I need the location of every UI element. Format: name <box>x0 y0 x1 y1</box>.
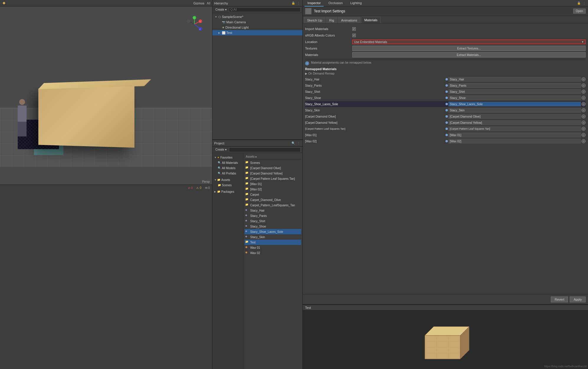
asset-carpet-diamond-yellow[interactable]: 📁 [Carpet Diamond Yellow] <box>245 171 301 176</box>
sidebar-all-prefabs[interactable]: 🔍 All Prefabs <box>212 171 243 176</box>
import-tab-sketchup[interactable]: Sketch Up <box>304 17 325 23</box>
import-tab-rig[interactable]: Rig <box>326 17 338 23</box>
asset-stacy-skin[interactable]: ◈ Stacy_Skin <box>245 234 301 240</box>
asset-carpet[interactable]: 📁 Carpet <box>245 192 301 197</box>
gizmos-label[interactable]: Gizmos <box>193 1 204 5</box>
asset-carpet-diamond-olive-folder[interactable]: 📁 Carpet_Diamond_Olive <box>245 197 301 202</box>
extract-materials-button[interactable]: Extract Materials... <box>352 52 586 57</box>
remap-select-stacy-shoe-laces[interactable]: ○ <box>582 102 586 106</box>
hierarchy-item-scene[interactable]: ▼ ⬡ SampleScene* <box>212 14 302 19</box>
tab-inspector[interactable]: Inspector <box>304 0 324 6</box>
remap-row-stacy-shoe: Stacy_Shoe Stacy_Shoe ○ <box>305 95 586 101</box>
tab-lighting[interactable]: Lighting <box>348 0 365 6</box>
hierarchy-test-label: Test <box>226 31 232 34</box>
remap-row-carpet-diamond-olive: [Carpet Diamond Olive] [Carpet Diamond O… <box>305 113 586 119</box>
packages-header[interactable]: ▶ 📁 Packages <box>212 189 243 194</box>
remap-value-carpet-diamond-olive[interactable]: [Carpet Diamond Olive] <box>448 114 581 119</box>
inspector-more-icon[interactable]: ⋮ <box>582 1 586 5</box>
hierarchy-more-icon[interactable]: ⋮ <box>297 1 301 5</box>
asset-test-folder[interactable]: 📁 Test <box>245 240 301 245</box>
remap-select-stacy-shirt[interactable]: ○ <box>582 90 586 94</box>
on-demand-remap-label[interactable]: ▶ On Demand Remap <box>305 72 586 75</box>
hierarchy-item-light[interactable]: ☀ Directional Light <box>212 25 302 30</box>
asset-stacy-hair[interactable]: ◈ Stacy_Hair <box>245 208 301 213</box>
remap-right-stacy-hair: Stacy_Hair ○ <box>445 77 586 82</box>
remap-select-carpet-diamond-olive[interactable]: ○ <box>582 114 586 118</box>
remap-value-stacy-hair[interactable]: Stacy_Hair <box>448 77 581 82</box>
import-tab-animations[interactable]: Animations <box>338 17 360 23</box>
asset-wax01[interactable]: 📁 [Wax 01] <box>245 181 301 187</box>
carpet-pattern-icon: 📁 <box>245 177 249 181</box>
asset-wax02[interactable]: 📁 [Wax 02] <box>245 187 301 192</box>
remap-select-stacy-hair[interactable]: ○ <box>582 77 586 81</box>
sidebar-all-models[interactable]: 🔍 All Models <box>212 165 243 171</box>
remap-right-stacy-shoe: Stacy_Shoe ○ <box>445 95 586 100</box>
scene-all-label[interactable]: All <box>207 1 210 5</box>
carpet-diamond-olive-label: [Carpet Diamond Olive] <box>250 167 281 170</box>
project-search-icon[interactable]: 🔍 <box>291 141 295 145</box>
srgb-label: sRGB Albedo Colors <box>305 34 352 37</box>
project-header: Project 🔍 ⋮ <box>212 140 302 146</box>
srgb-checkbox[interactable]: ✓ <box>352 34 356 37</box>
remap-select-wax01[interactable]: ○ <box>582 133 586 137</box>
remap-value-wax02[interactable]: [Wax 02] <box>448 139 581 144</box>
scene-viewport[interactable]: X Y Z Persp <box>0 6 212 185</box>
project-create-btn[interactable]: Create ▾ <box>214 148 228 151</box>
remap-select-stacy-skin[interactable]: ○ <box>582 108 586 112</box>
hierarchy-lock-icon[interactable]: 🔒 <box>291 1 295 5</box>
tab-occlusion[interactable]: Occlusion <box>325 0 345 6</box>
extract-textures-button[interactable]: Extract Textures... <box>352 46 586 51</box>
app-root: ✦ Gizmos All <box>0 0 588 369</box>
asset-carpet-pattern-folder[interactable]: 📁 Carpet_Pattern_LeafSquares_Tan <box>245 202 301 208</box>
asset-stacy-shoe[interactable]: ◈ Stacy_Shoe <box>245 224 301 229</box>
occlusion-tab-label: Occlusion <box>328 1 343 5</box>
location-dropdown[interactable]: Use Embedded Materials ▼ <box>352 39 586 44</box>
open-button[interactable]: Open <box>573 9 586 14</box>
info-text: Material assignments can be remapped bel… <box>311 61 372 64</box>
import-tab-materials[interactable]: Materials <box>361 17 381 23</box>
remap-select-carpet-pattern[interactable]: ○ <box>582 127 586 131</box>
favorites-section: ▼ ★ Favorites 🔍 All Materials 🔍 All Mode… <box>212 154 243 177</box>
hierarchy-header: Hierarchy 🔒 ⋮ <box>212 0 302 6</box>
asset-wax-02-file[interactable]: ◉ Wax 02 <box>245 250 301 256</box>
hierarchy-item-camera[interactable]: 📷 Main Camera <box>212 19 302 25</box>
asset-stacy-shirt[interactable]: ◈ Stacy_Shirt <box>245 218 301 224</box>
asset-carpet-pattern[interactable]: 📁 [Carpet Pattern Leaf Squares Tan] <box>245 176 301 181</box>
sidebar-all-materials[interactable]: 🔍 All Materials <box>212 160 243 165</box>
remap-dot-carpet-diamond-olive <box>445 115 448 118</box>
asset-title-label: Test Import Settings <box>314 9 571 13</box>
asset-carpet-diamond-olive[interactable]: 📁 [Carpet Diamond Olive] <box>245 165 301 171</box>
remap-value-stacy-shoe-laces[interactable]: Stacy_Shoe_Laces_Sole <box>448 102 581 106</box>
hierarchy-item-test[interactable]: ▶ ⬜ Test <box>212 30 302 35</box>
remap-value-stacy-pants[interactable]: Stacy_Pants <box>448 83 581 88</box>
apply-button[interactable]: Apply <box>570 296 586 302</box>
remap-select-stacy-shoe[interactable]: ○ <box>582 96 586 100</box>
assets-sidebar-header[interactable]: ▼ 📁 Assets <box>212 177 243 182</box>
remap-value-stacy-shirt[interactable]: Stacy_Shirt <box>448 89 581 94</box>
stacy-skin-label: Stacy_Skin <box>250 235 265 239</box>
scene-gizmo[interactable]: X Y Z <box>186 15 203 33</box>
favorites-header[interactable]: ▼ ★ Favorites <box>212 155 243 160</box>
hierarchy-search-input[interactable] <box>229 7 301 12</box>
project-assets-main[interactable]: Assets ▸ 📁 Scenes 📁 [Carpet Diamond Oliv… <box>243 153 302 369</box>
project-more-icon[interactable]: ⋮ <box>297 141 301 145</box>
remap-select-carpet-diamond-yellow[interactable]: ○ <box>582 121 586 125</box>
project-search-input[interactable] <box>229 147 301 152</box>
asset-stacy-shoe-laces[interactable]: ◈ Stacy_Shoe_Laces_Sole <box>245 229 301 234</box>
remap-value-carpet-diamond-yellow[interactable]: [Carpet Diamond Yellow] <box>448 120 581 125</box>
revert-button[interactable]: Revert <box>551 296 568 302</box>
asset-stacy-pants[interactable]: ◈ Stacy_Pants <box>245 213 301 218</box>
remap-select-stacy-pants[interactable]: ○ <box>582 83 586 88</box>
import-materials-checkbox[interactable]: ✓ <box>352 27 356 31</box>
remap-select-wax02[interactable]: ○ <box>582 139 586 143</box>
remap-value-stacy-shoe[interactable]: Stacy_Shoe <box>448 95 581 100</box>
asset-scenes-folder[interactable]: 📁 Scenes <box>245 160 301 165</box>
remap-value-carpet-pattern[interactable]: [Carpet Pattern Leaf Squares Tan] <box>448 126 581 131</box>
inspector-lock-icon[interactable]: 🔒 <box>577 1 581 5</box>
asset-wax-01-file[interactable]: ◉ Wax 01 <box>245 245 301 250</box>
remap-value-wax01[interactable]: [Wax 01] <box>448 133 581 137</box>
svg-text:Z: Z <box>199 28 201 30</box>
sidebar-scenes[interactable]: 📁 Scenes <box>212 182 243 188</box>
hierarchy-create-btn[interactable]: Create ▾ <box>214 8 228 11</box>
remap-value-stacy-skin[interactable]: Stacy_Skin <box>448 108 581 113</box>
